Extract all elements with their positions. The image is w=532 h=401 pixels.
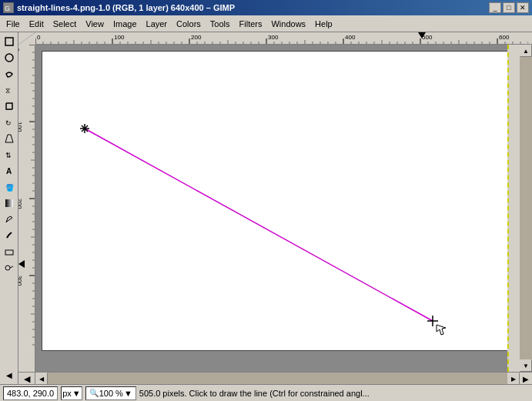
tool-lasso[interactable] [2,66,17,82]
svg-rect-2 [5,38,13,45]
menu-item-colors[interactable]: Colors [172,18,206,30]
svg-text:0: 0 [37,34,41,41]
svg-point-12 [5,266,10,270]
vertical-ruler: 0 100 200 300 [18,45,35,372]
menu-item-select[interactable]: Select [49,18,82,30]
left-toolbar: ⧖ ↻ ⇅ A 🪣 [0,32,18,384]
svg-line-135 [85,129,433,321]
scroll-down-button[interactable]: ▼ [520,359,532,372]
canvas-right-border [507,45,520,372]
tool-transform[interactable]: ↻ [2,115,17,130]
horizontal-scrollbar[interactable]: ◀ ▶ [35,373,520,384]
scroll-track-v[interactable] [520,57,532,359]
gimp-icon: G [3,2,14,13]
title-controls[interactable]: _ □ ✕ [489,2,529,13]
tool-paintbrush[interactable] [2,228,17,243]
svg-text:200: 200 [18,199,23,209]
unit-dropdown-arrow[interactable]: ▼ [72,389,81,398]
scroll-right-button[interactable]: ▶ [507,373,520,384]
menu-item-filters[interactable]: Filters [235,18,267,30]
svg-line-138 [82,125,88,132]
svg-rect-11 [5,250,13,255]
coord-value: 483.0, 290.0 [7,389,54,398]
svg-text:300: 300 [268,34,279,41]
scroll-track-h[interactable] [48,373,507,384]
svg-text:400: 400 [345,34,356,41]
svg-text:200: 200 [191,34,202,41]
zoom-icon: 🔍 [89,389,99,397]
svg-text:0: 0 [18,48,21,52]
tool-pencil[interactable] [2,212,17,227]
svg-marker-6 [5,135,13,142]
maximize-button[interactable]: □ [503,2,515,13]
canvas-image[interactable] [42,51,516,351]
tool-fuzzy[interactable]: ⧖ [2,82,17,98]
main-area: ⧖ ↻ ⇅ A 🪣 [0,32,532,384]
tool-text[interactable]: A [2,163,17,179]
status-bar: 483.0, 290.0 px ▼ 🔍 100 % ▼ 505.0 pixels… [0,384,532,401]
title-bar-left: G straight-lines-4.png-1.0 (RGB, 1 layer… [3,2,235,13]
svg-text:↻: ↻ [5,119,12,127]
svg-rect-10 [5,199,13,207]
menu-item-image[interactable]: Image [109,18,142,30]
menu-item-file[interactable]: File [2,18,25,30]
horizontal-ruler: 0 100 200 300 400 500 600 [35,32,532,45]
tool-blend[interactable] [2,195,17,211]
drawing-surface [42,52,515,350]
scroll-corner-left[interactable]: ◀ [18,373,35,384]
tool-eraser[interactable] [2,244,17,259]
menu-item-tools[interactable]: Tools [206,18,235,30]
tool-crop[interactable] [2,99,17,114]
tool-rectangle[interactable] [2,34,17,49]
menu-bar: FileEditSelectViewImageLayerColorsToolsF… [0,15,532,32]
title-bar: G straight-lines-4.png-1.0 (RGB, 1 layer… [0,0,532,15]
hscrollbar-row: ◀ ◀ ▶ ▶ [18,372,532,384]
svg-line-139 [82,125,88,132]
menu-item-layer[interactable]: Layer [142,18,172,30]
menu-item-edit[interactable]: Edit [25,18,49,30]
canvas-container[interactable] [35,45,520,372]
tool-bucket[interactable]: 🪣 [2,179,17,195]
svg-text:300: 300 [18,276,23,286]
tool-perspective[interactable] [2,131,17,146]
coordinate-display: 483.0, 290.0 [3,386,58,400]
svg-text:100: 100 [114,34,125,41]
unit-value: px [62,389,72,398]
scroll-corner-right[interactable]: ▶ [520,373,532,384]
tool-flip[interactable]: ⇅ [2,147,17,162]
svg-text:A: A [6,167,12,175]
canvas-wrapper: 0 100 200 300 400 500 600 [18,32,532,384]
status-message: 505.0 pixels. Click to draw the line (Ct… [139,389,529,398]
scroll-left-icon[interactable]: ◀ [2,367,17,383]
ruler-corner [18,32,35,45]
menu-item-windows[interactable]: Windows [266,18,310,30]
svg-text:100: 100 [18,122,23,132]
canvas-row: 0 100 200 300 [18,45,532,372]
svg-text:⇅: ⇅ [5,152,12,159]
scroll-up-button[interactable]: ▲ [520,45,532,57]
window-title: straight-lines-4.png-1.0 (RGB, 1 layer) … [17,3,235,12]
unit-selector[interactable]: px ▼ [61,386,82,400]
ruler-row: 0 100 200 300 400 500 600 [18,32,532,45]
zoom-dropdown-arrow[interactable]: ▼ [124,389,132,398]
menu-item-view[interactable]: View [81,18,109,30]
svg-text:🪣: 🪣 [5,183,14,192]
menu-item-help[interactable]: Help [310,18,337,30]
svg-text:G: G [5,5,10,12]
svg-text:⧖: ⧖ [5,87,10,95]
tool-airbrush[interactable] [2,260,17,276]
zoom-selector[interactable]: 🔍 100 % ▼ [85,386,136,400]
zoom-value: 100 % [99,389,123,398]
svg-text:600: 600 [499,34,510,41]
close-button[interactable]: ✕ [517,2,529,13]
vertical-scrollbar[interactable]: ▲ ▼ [520,45,532,372]
minimize-button[interactable]: _ [489,2,501,13]
scroll-left-button[interactable]: ◀ [35,373,48,384]
svg-point-3 [5,54,13,62]
tool-ellipse[interactable] [2,50,17,65]
